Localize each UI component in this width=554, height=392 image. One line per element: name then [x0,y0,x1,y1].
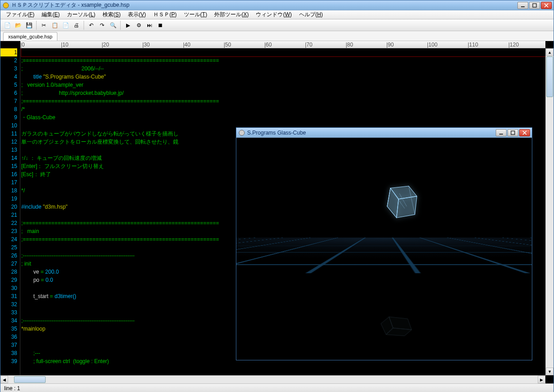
svg-rect-4 [499,134,503,135]
render-canvas [236,138,532,360]
save-icon[interactable]: 💾 [24,20,34,30]
render-maximize-button[interactable] [507,129,518,136]
hscroll-thumb[interactable] [14,376,46,383]
scroll-left-arrow-icon[interactable]: ◀ [0,376,8,383]
main-title-text: ＨＳＰスクリプトエディタ - xsample_gcube.hsp [11,1,517,9]
horizontal-scrollbar[interactable]: ◀ ▶ [0,375,545,383]
paste-icon[interactable]: 📄 [61,20,70,30]
open-icon[interactable]: 📂 [13,20,23,30]
status-bar: line : 1 [0,383,554,392]
code-line[interactable]: ; http://sprocket.babyblue.jp/ [21,89,545,97]
menu-item-9[interactable]: ヘルプ(H) [296,10,327,19]
svg-rect-5 [511,131,515,135]
svg-rect-2 [533,4,536,7]
step-icon[interactable]: ⏭ [145,20,155,30]
close-button[interactable] [541,2,552,9]
render-app-icon [238,129,245,136]
scroll-right-arrow-icon[interactable]: ▶ [538,376,545,383]
code-line[interactable]: ;=======================================… [21,56,545,65]
code-line[interactable]: ・Glass-Cube [21,113,545,121]
copy-icon[interactable]: 📋 [50,20,60,30]
code-line[interactable]: title "S.Programs Glass-Cube" [21,73,545,81]
scroll-up-arrow-icon[interactable]: ▲ [546,48,554,56]
print-icon[interactable]: 🖨 [71,20,81,30]
run-icon[interactable]: ⚙ [134,20,144,30]
menu-item-2[interactable]: カーソル(L) [63,10,99,19]
menu-item-6[interactable]: ツール(T) [180,10,211,19]
menu-item-8[interactable]: ウィンドウ(W) [252,10,295,19]
render-minimize-button[interactable] [496,129,507,136]
cube-reflection [370,314,415,338]
code-line[interactable] [21,48,545,56]
stop-icon[interactable]: ⏹ [155,20,165,30]
tab-file[interactable]: xsample_gcube.hsp [3,32,57,41]
code-line[interactable]: ;=======================================… [21,97,545,105]
svg-point-3 [239,130,244,135]
ruler: |0|10|20|30|40|50|60|70|80|90|100|110|12… [20,41,545,48]
tab-strip: xsample_gcube.hsp [0,31,554,41]
render-title-text: S.Programs Glass-Cube [247,130,496,136]
undo-icon[interactable]: ↶ [86,20,96,30]
line-number-gutter: 1234567891011121314151617181920212223242… [0,48,20,375]
exec-icon[interactable]: ▶ [123,20,133,30]
minimize-button[interactable] [517,2,528,9]
vertical-scrollbar[interactable]: ▲ ▼ [545,48,554,375]
find-icon[interactable]: 🔍 [108,20,118,30]
render-titlebar[interactable]: S.Programs Glass-Cube [236,128,532,138]
app-icon [2,2,9,9]
floor-plane [236,238,532,360]
main-titlebar[interactable]: ＨＳＰスクリプトエディタ - xsample_gcube.hsp [0,0,554,10]
svg-rect-1 [521,6,525,7]
menu-item-4[interactable]: 表示(V) [124,10,150,19]
menubar: ファイル(F)編集(E)カーソル(L)検索(S)表示(V)ＨＳＰ(P)ツール(T… [0,10,554,19]
glass-cube [378,182,419,223]
svg-marker-7 [396,196,417,218]
render-window[interactable]: S.Programs Glass-Cube [236,127,532,360]
redo-icon[interactable]: ↷ [97,20,107,30]
toolbar: 📄📂💾✂📋📄🖨↶↷🔍▶⚙⏭⏹ [0,19,554,31]
menu-item-3[interactable]: 検索(S) [99,10,124,19]
status-line-info: line : 1 [4,385,20,392]
code-line[interactable]: ; version 1.0/sample_ver [21,81,545,89]
render-close-button[interactable] [519,129,530,136]
menu-item-7[interactable]: 外部ツール(X) [211,10,252,19]
menu-item-0[interactable]: ファイル(F) [2,10,38,19]
vscroll-thumb[interactable] [546,56,553,97]
menu-item-1[interactable]: 編集(E) [38,10,63,19]
scroll-down-arrow-icon[interactable]: ▼ [546,368,554,375]
new-icon[interactable]: 📄 [2,20,12,30]
svg-point-0 [3,3,9,8]
code-line[interactable]: /* [21,105,545,113]
menu-item-5[interactable]: ＨＳＰ(P) [150,10,180,19]
cut-icon[interactable]: ✂ [39,20,49,30]
maximize-button[interactable] [529,2,540,9]
code-line[interactable]: ; 2006/--/-- [21,65,545,73]
